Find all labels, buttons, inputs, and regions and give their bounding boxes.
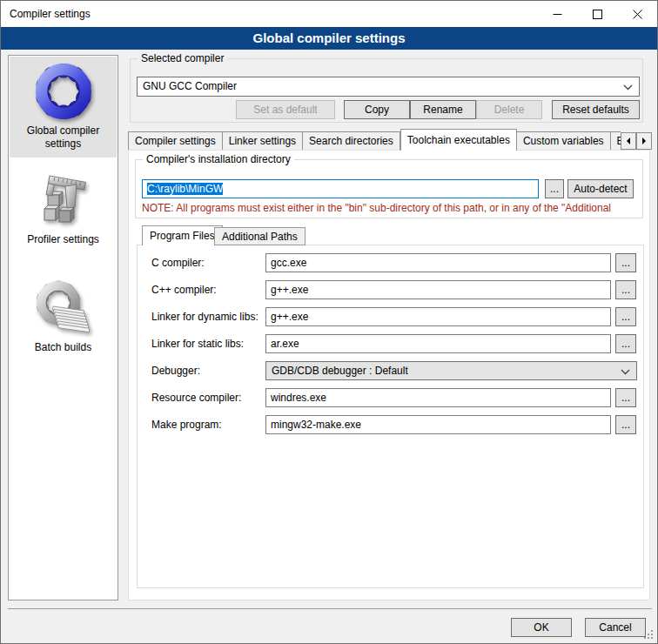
minimize-button[interactable] [537,1,577,27]
sidebar-item-global-compiler-settings[interactable]: Global compiler settings [10,57,117,158]
note-text: NOTE: All programs must exist either in … [142,202,645,214]
cpp-compiler-input[interactable] [265,280,611,299]
c-compiler-input[interactable] [265,253,611,272]
tab-toolchain-executables[interactable]: Toolchain executables [400,129,517,151]
dynamic-linker-label: Linker for dynamic libs: [151,307,258,326]
window-title: Compiler settings [10,1,91,27]
make-program-label: Make program: [151,415,222,434]
auto-detect-button[interactable]: Auto-detect [567,179,634,198]
sidebar-item-label: Batch builds [10,339,117,361]
dynamic-linker-browse-button[interactable]: ... [615,307,636,326]
sidebar-item-label: Global compiler settings [10,123,117,158]
tab-search-directories[interactable]: Search directories [303,131,400,151]
blue-gear-icon [36,64,91,119]
selected-compiler-combobox[interactable]: GNU GCC Compiler [137,77,640,97]
debugger-label: Debugger: [151,361,200,380]
installation-directory-group-label: Compiler's installation directory [143,153,294,165]
reset-defaults-button[interactable]: Reset defaults [552,100,640,119]
scroll-left-icon [625,137,632,145]
selected-compiler-value: GNU GCC Compiler [143,80,237,92]
tab-scroll-right-button[interactable] [636,132,652,150]
make-program-input[interactable] [265,415,611,434]
selected-compiler-group-label: Selected compiler [138,52,227,64]
rename-button[interactable]: Rename [410,100,476,119]
tab-scroll-left-button[interactable] [621,132,636,150]
static-linker-browse-button[interactable]: ... [615,334,636,353]
tab-custom-variables[interactable]: Custom variables [517,131,611,151]
compiler-settings-window: Compiler settings Global compiler settin… [0,0,658,644]
cancel-button[interactable]: Cancel [585,618,646,637]
resource-compiler-input[interactable] [265,388,611,407]
cpp-compiler-label: C++ compiler: [151,280,217,299]
sidebar-item-label: Profiler settings [10,231,117,253]
close-button[interactable] [617,1,657,27]
tab-compiler-settings[interactable]: Compiler settings [128,131,223,151]
settings-category-list: Global compiler settings [8,55,118,600]
static-linker-input[interactable] [265,334,611,353]
maximize-button[interactable] [577,1,617,27]
close-icon [633,10,642,19]
scroll-right-icon [641,137,648,145]
make-program-browse-button[interactable]: ... [615,415,636,434]
resize-grip-icon[interactable] [644,630,653,639]
c-compiler-browse-button[interactable]: ... [615,253,636,272]
copy-button[interactable]: Copy [344,100,410,119]
tab-linker-settings[interactable]: Linker settings [223,131,303,151]
delete-button[interactable]: Delete [476,100,542,119]
installation-directory-value: C:\raylib\MinGW [147,183,223,195]
browse-directory-button[interactable]: ... [545,179,564,198]
gray-gear-stack-icon [36,280,91,336]
c-compiler-label: C compiler: [151,253,205,272]
tab-build-options[interactable]: Builc [611,131,621,151]
cpp-compiler-browse-button[interactable]: ... [615,280,636,299]
resource-compiler-browse-button[interactable]: ... [615,388,636,407]
static-linker-label: Linker for static libs: [151,334,244,353]
installation-directory-input[interactable]: C:\raylib\MinGW [142,179,539,198]
tab-program-files[interactable]: Program Files [142,225,223,245]
dynamic-linker-input[interactable] [265,307,611,326]
set-as-default-button[interactable]: Set as default [236,100,335,119]
compiler-tabs: Compiler settings Linker settings Search… [128,129,621,151]
minimize-icon [553,10,562,19]
maximize-icon [593,10,602,19]
resource-compiler-label: Resource compiler: [151,388,241,407]
debugger-combobox[interactable]: GDB/CDB debugger : Default [265,361,637,380]
sidebar-item-profiler-settings[interactable]: Profiler settings [10,165,117,253]
caliper-icon [36,172,91,228]
ok-button[interactable]: OK [511,618,572,637]
chevron-down-icon [623,84,633,91]
window-controls [537,1,657,27]
footer-divider [8,608,652,609]
titlebar[interactable]: Compiler settings [1,1,657,27]
debugger-value: GDB/CDB debugger : Default [272,365,408,377]
chevron-down-icon [621,369,630,375]
tab-additional-paths[interactable]: Additional Paths [214,227,306,245]
program-files-panel: C compiler: ... C++ compiler: ... Linker… [137,245,644,588]
sidebar-item-batch-builds[interactable]: Batch builds [10,273,117,361]
page-title: Global compiler settings [1,27,657,50]
